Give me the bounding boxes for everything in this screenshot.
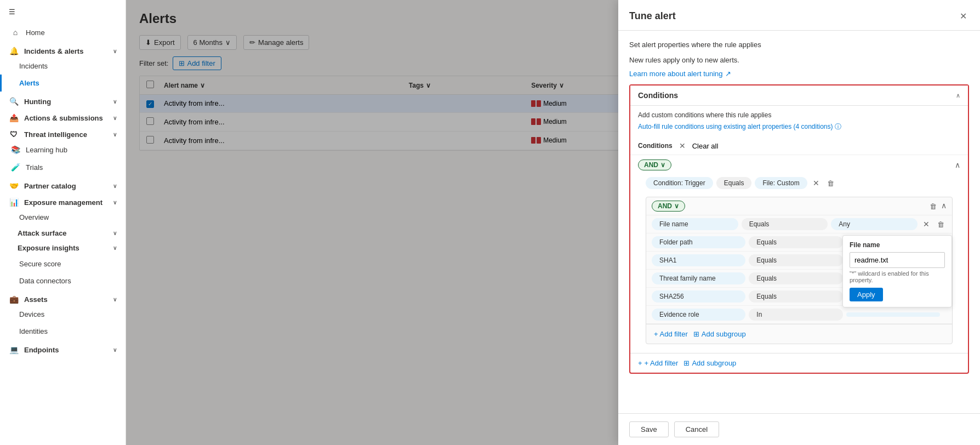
chevron-exposure-insights: ∨ [113, 245, 117, 251]
value-pill-filename[interactable]: Any [831, 218, 918, 230]
panel-desc-line2: New rules apply only to new alerts. [629, 55, 969, 66]
filename-popup-label: File name [850, 241, 945, 249]
inner-row-evidencerole: Evidence role In [646, 306, 952, 324]
sidebar-item-learning-hub[interactable]: 📚 Learning hub [0, 141, 126, 158]
op-pill-sha256[interactable]: Equals [749, 290, 842, 303]
outer-condition-row: Condition: Trigger Equals File: Custom ✕… [638, 174, 960, 192]
field-pill-folderpath[interactable]: Folder path [652, 236, 745, 248]
chevron-partner: ∨ [113, 183, 117, 189]
outer-add-subgroup-button[interactable]: ⊞ Add subgroup [683, 359, 736, 367]
sidebar-item-hunting[interactable]: 🔍 Hunting ∨ [0, 92, 126, 108]
chevron-incidents-alerts: ∨ [113, 48, 117, 54]
sidebar: ☰ ⌂ Home 🔔 Incidents & alerts ∨ Incident… [0, 0, 126, 445]
sidebar-item-partner-catalog[interactable]: 🤝 Partner catalog ∨ [0, 176, 126, 192]
chevron-actions: ∨ [113, 115, 117, 121]
inner-add-subgroup-button[interactable]: ⊞ Add subgroup [693, 330, 746, 338]
learn-more-link[interactable]: Learn more about alert tuning ↗ [629, 70, 969, 78]
field-pill-sha1[interactable]: SHA1 [652, 254, 745, 266]
exposure-icon: 📊 [9, 198, 19, 207]
filename-popup: File name "*" wildcard is enabled for th… [842, 235, 952, 307]
main-content: Alerts ⬇ Export 6 Months ∨ ✏ Manage aler… [126, 0, 980, 445]
trials-icon: 🧪 [10, 163, 20, 172]
hamburger-icon[interactable]: ☰ [0, 0, 126, 24]
inner-and-group: AND ∨ 🗑 ∧ File name [646, 197, 953, 344]
field-pill-evidencerole[interactable]: Evidence role [652, 309, 745, 321]
sidebar-item-secure-score[interactable]: Secure score [0, 255, 126, 272]
op-pill-threatfamily[interactable]: Equals [749, 272, 842, 284]
trigger-delete-button[interactable]: 🗑 [825, 178, 836, 189]
sidebar-item-attack-surface[interactable]: Attack surface ∨ [0, 226, 126, 241]
inner-group-delete[interactable]: 🗑 [927, 201, 939, 212]
filename-clear-button[interactable]: ✕ [921, 219, 932, 230]
clear-all-button[interactable]: ✕ [677, 140, 688, 151]
trigger-condition-pill[interactable]: Condition: Trigger [646, 177, 713, 189]
sidebar-item-exposure-insights[interactable]: Exposure insights ∨ [0, 241, 126, 255]
sidebar-item-alerts[interactable]: Alerts [0, 75, 126, 92]
sidebar-item-actions-submissions[interactable]: 📤 Actions & submissions ∨ [0, 108, 126, 124]
op-pill-sha1[interactable]: Equals [749, 254, 842, 266]
home-icon: ⌂ [10, 28, 20, 37]
panel-body: Set alert properties where the rule appl… [618, 31, 980, 413]
conditions-title: Conditions [638, 91, 678, 100]
sidebar-item-assets[interactable]: 💼 Assets ∨ [0, 289, 126, 306]
conditions-bar-label: Conditions [638, 142, 673, 150]
field-pill-sha256[interactable]: SHA256 [652, 290, 745, 303]
tune-alert-panel: Tune alert ✕ Set alert properties where … [618, 0, 980, 445]
partner-icon: 🤝 [9, 181, 19, 190]
inner-add-filter-button[interactable]: + Add filter [654, 330, 688, 338]
inner-group-footer: + Add filter ⊞ Add subgroup [646, 324, 952, 344]
chevron-endpoints: ∨ [113, 347, 117, 353]
filename-input[interactable] [850, 252, 945, 268]
assets-icon: 💼 [9, 295, 19, 304]
chevron-exposure: ∨ [113, 199, 117, 206]
conditions-section: Conditions ∧ Add custom conditions where… [629, 84, 969, 374]
inner-and-chevron: ∨ [674, 202, 679, 210]
subgroup-icon: ⊞ [693, 330, 699, 338]
save-button[interactable]: Save [629, 421, 669, 437]
external-link-icon: ↗ [725, 70, 731, 78]
apply-button[interactable]: Apply [850, 288, 883, 301]
conditions-subtitle: Add custom conditions where this rule ap… [638, 111, 968, 119]
sidebar-item-incidents-alerts[interactable]: 🔔 Incidents & alerts ∨ [0, 41, 126, 58]
outer-add-filter-button[interactable]: + + Add filter [638, 359, 678, 367]
field-pill-filename[interactable]: File name [652, 218, 738, 230]
sidebar-item-trials[interactable]: 🧪 Trials [0, 158, 126, 176]
sidebar-item-exposure-management[interactable]: 📊 Exposure management ∨ [0, 192, 126, 209]
sidebar-item-home[interactable]: ⌂ Home [0, 24, 126, 41]
autofill-link[interactable]: Auto-fill rule conditions using existing… [638, 122, 968, 132]
sidebar-item-devices[interactable]: Devices [0, 306, 126, 323]
sidebar-item-overview[interactable]: Overview [0, 209, 126, 226]
cancel-button[interactable]: Cancel [674, 421, 719, 437]
panel-header: Tune alert ✕ [618, 0, 980, 31]
inner-collapse-icon[interactable]: ∧ [941, 201, 947, 212]
autofill-info-icon: ⓘ [835, 123, 841, 130]
filename-delete-button[interactable]: 🗑 [935, 219, 947, 230]
outer-group-footer: + + Add filter ⊞ Add subgroup [630, 353, 968, 373]
threat-intel-icon: 🛡 [9, 130, 19, 139]
learning-hub-icon: 📚 [10, 145, 20, 154]
chevron-assets: ∨ [113, 296, 117, 303]
conditions-header: Conditions ∧ [630, 85, 968, 106]
op-pill-filename[interactable]: Equals [742, 218, 828, 230]
sidebar-item-endpoints[interactable]: 💻 Endpoints ∨ [0, 340, 126, 356]
sidebar-item-threat-intelligence[interactable]: 🛡 Threat intelligence ∨ [0, 124, 126, 141]
hunting-icon: 🔍 [9, 97, 19, 106]
chevron-attack: ∨ [113, 230, 117, 236]
trigger-value-pill[interactable]: File: Custom [755, 177, 807, 189]
outer-collapse-icon[interactable]: ∧ [955, 161, 960, 169]
conditions-collapse-icon[interactable]: ∧ [956, 92, 960, 99]
panel-title: Tune alert [629, 10, 676, 22]
sidebar-item-data-connectors[interactable]: Data connectors [0, 272, 126, 289]
op-pill-evidencerole[interactable]: In [749, 309, 842, 321]
sidebar-item-identities[interactable]: Identities [0, 323, 126, 340]
trigger-equals-pill[interactable]: Equals [716, 177, 752, 189]
op-pill-folderpath[interactable]: Equals [749, 236, 842, 248]
inner-and-badge[interactable]: AND ∨ [652, 201, 685, 212]
sidebar-item-incidents[interactable]: Incidents [0, 58, 126, 75]
panel-desc-line1: Set alert properties where the rule appl… [629, 39, 969, 50]
close-panel-button[interactable]: ✕ [958, 9, 969, 24]
outer-and-badge[interactable]: AND ∨ [638, 159, 671, 170]
trigger-clear-button[interactable]: ✕ [811, 178, 822, 189]
field-pill-threatfamily[interactable]: Threat family name [652, 272, 745, 284]
filename-hint: "*" wildcard is enabled for this propert… [850, 270, 945, 283]
